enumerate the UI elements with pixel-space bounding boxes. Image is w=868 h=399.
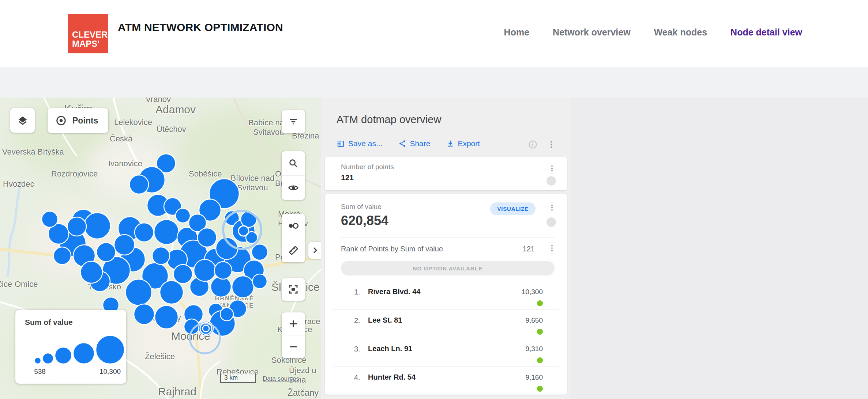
map-bubble[interactable]	[160, 281, 183, 304]
map-bubble[interactable]	[97, 243, 116, 262]
center-map-icon	[288, 284, 299, 295]
map-bubble[interactable]	[211, 277, 231, 297]
card-value: 121	[341, 173, 354, 182]
ruler-icon	[288, 245, 299, 256]
map-bubble[interactable]	[173, 265, 192, 284]
legend-min-value: 538	[34, 368, 46, 376]
legend-bubble	[73, 343, 94, 364]
status-green-dot	[537, 300, 543, 306]
map-legend: Sum of value 538 10,300	[15, 310, 126, 384]
map-bubble[interactable]	[241, 211, 257, 227]
map-bubble[interactable]	[194, 259, 216, 281]
export-icon	[446, 140, 454, 148]
map-bubble[interactable]	[155, 305, 178, 329]
kebab-menu-icon[interactable]	[548, 204, 556, 212]
search-button[interactable]	[282, 151, 305, 175]
info-icon[interactable]	[528, 140, 537, 149]
nav-item-node-detail-view[interactable]: Node detail view	[730, 27, 802, 38]
kebab-menu-icon[interactable]	[547, 140, 556, 149]
map-canvas[interactable]: VranovKuřimAdamovLelekoviceÚtěchovBabice…	[0, 98, 321, 399]
map-bubble[interactable]	[125, 279, 152, 305]
rank-number: 2.	[354, 316, 360, 325]
map-bubble[interactable]	[42, 211, 58, 227]
dot-circle-icon	[288, 220, 299, 231]
nav-item-network-overview[interactable]: Network overview	[553, 27, 631, 38]
no-option-available-button[interactable]: NO OPTION AVAILABLE	[341, 261, 555, 276]
map-bubble[interactable]	[135, 223, 154, 242]
visibility-button[interactable]	[282, 175, 305, 200]
map-bubble[interactable]	[134, 304, 154, 324]
filter-button[interactable]	[282, 110, 305, 133]
map-bubble[interactable]	[154, 220, 179, 244]
rank-list-item[interactable]: 2.Lee St. 819,650	[333, 309, 559, 338]
kebab-menu-icon[interactable]	[548, 244, 556, 252]
card-value: 620,854	[341, 213, 388, 228]
panel-actions: Save as... Share Export	[337, 139, 480, 148]
panel-title: ATM dotmap overview	[337, 114, 441, 126]
map-bubble[interactable]	[252, 244, 268, 260]
legend-bubbles	[25, 320, 127, 366]
clevermaps-logo: CLEVER° MAPS'	[68, 14, 108, 53]
map-scale-bar: 3 km	[220, 373, 256, 383]
legend-bubble	[42, 353, 53, 364]
visualize-chip[interactable]: VISUALIZE	[490, 202, 536, 215]
map-bubble[interactable]	[220, 308, 233, 321]
points-layer-button[interactable]: Points	[48, 108, 108, 133]
nav-item-home[interactable]: Home	[504, 27, 529, 38]
dot-size-button[interactable]	[282, 214, 305, 238]
map-bubble[interactable]	[232, 276, 254, 298]
fit-map-button[interactable]	[282, 278, 305, 301]
map-bubble[interactable]	[67, 217, 86, 236]
map-bubble[interactable]	[53, 247, 71, 265]
minus-icon	[288, 342, 298, 352]
app-title: ATM NETWORK OPTIMIZATION	[118, 21, 283, 34]
measure-button[interactable]	[282, 238, 305, 262]
map-bubble[interactable]	[129, 175, 149, 194]
rank-item-name: Rivera Blvd. 44	[368, 288, 420, 296]
map-bubble[interactable]	[114, 235, 135, 255]
map-bubble[interactable]	[84, 213, 110, 239]
map-bubble[interactable]	[198, 228, 217, 247]
rank-list: 1.Rivera Blvd. 4410,3002.Lee St. 819,650…	[325, 281, 567, 395]
rank-list-item[interactable]: 1.Rivera Blvd. 4410,300	[325, 281, 567, 309]
rank-item-value: 9,160	[525, 373, 543, 381]
filter-icon	[288, 117, 298, 127]
panel-collapse-handle[interactable]	[308, 242, 321, 259]
map-bubble[interactable]	[252, 274, 267, 289]
zoom-in-button[interactable]	[282, 312, 305, 335]
legend-bubble	[96, 335, 124, 364]
rank-item-value: 9,650	[525, 316, 543, 324]
points-button-label: Points	[72, 116, 98, 126]
rank-item-value: 9,310	[525, 345, 543, 353]
share-button[interactable]: Share	[398, 139, 430, 148]
kebab-menu-icon[interactable]	[548, 164, 556, 172]
nav-item-weak-nodes[interactable]: Weak nodes	[654, 27, 707, 38]
scale-label: 3 km	[224, 374, 238, 381]
map-bubble[interactable]	[214, 262, 232, 279]
map-bubble[interactable]	[176, 208, 190, 223]
logo-line1: CLEVER°	[72, 30, 108, 39]
chevron-right-icon	[311, 246, 319, 255]
map-bubble[interactable]	[152, 247, 170, 265]
app-header: CLEVER° MAPS' ATM NETWORK OPTIMIZATION H…	[0, 0, 868, 67]
rank-list-item[interactable]: 3.Leach Ln. 919,310	[333, 338, 559, 366]
rank-number: 3.	[354, 345, 360, 353]
zoom-out-button[interactable]	[282, 335, 305, 358]
rank-number: 4.	[354, 373, 360, 382]
rank-number: 1.	[354, 288, 360, 296]
export-button[interactable]: Export	[446, 139, 480, 148]
dashboard-panel: ATM dotmap overview Save as... Share Ex	[321, 98, 571, 399]
indicator-dot[interactable]	[546, 176, 556, 186]
layers-button[interactable]	[10, 108, 35, 133]
indicator-dot[interactable]	[546, 217, 556, 227]
rank-list-item[interactable]: 4.Hunter Rd. 549,160	[333, 366, 559, 395]
number-of-points-card: Number of points 121	[325, 157, 567, 190]
rank-count: 121	[523, 245, 535, 253]
data-sources-link[interactable]: Data sources	[263, 375, 299, 383]
rank-item-name: Leach Ln. 91	[368, 345, 412, 353]
map-bubble[interactable]	[80, 261, 102, 283]
card-label: Sum of value	[341, 203, 382, 211]
card-label: Number of points	[341, 163, 394, 171]
rank-item-name: Lee St. 81	[368, 316, 402, 324]
save-as-button[interactable]: Save as...	[337, 139, 382, 148]
